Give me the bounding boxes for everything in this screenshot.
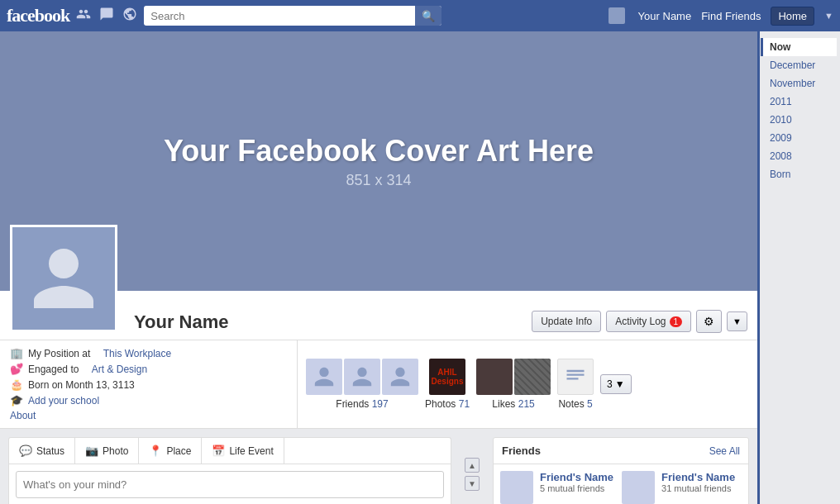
timeline-item-2011[interactable]: 2011 xyxy=(763,93,837,111)
friend-name-1[interactable]: Friend's Name xyxy=(540,471,613,483)
arrow-up[interactable]: ▲ xyxy=(465,458,480,473)
cover-dimensions: 851 x 314 xyxy=(346,172,411,189)
place-icon: 📍 xyxy=(149,445,162,457)
composer-tab-photo[interactable]: 📷 Photo xyxy=(75,438,139,464)
art-link[interactable]: Art & Design xyxy=(92,364,147,375)
photo-thumb-1[interactable]: AHILDesigns xyxy=(429,359,465,395)
add-school-link[interactable]: Add your school xyxy=(28,395,99,407)
photos-label: Photos 71 xyxy=(425,398,470,410)
timeline-item-born[interactable]: Born xyxy=(763,165,837,183)
friends-list: Friend's Name 5 mutual friends Friend's … xyxy=(494,464,748,504)
status-tab-label: Status xyxy=(36,445,64,457)
bio-position-text: My Position at xyxy=(28,348,90,359)
friends-images xyxy=(306,359,418,395)
timeline-sidebar: Now December November 2011 2010 2009 200… xyxy=(757,31,840,504)
activity-log-button[interactable]: Activity Log 1 xyxy=(606,311,691,332)
update-info-button[interactable]: Update Info xyxy=(532,311,601,332)
likes-images xyxy=(476,359,551,395)
friends-count: 197 xyxy=(372,398,389,410)
status-icon: 💬 xyxy=(19,445,32,457)
friend-thumb-1[interactable] xyxy=(306,359,342,395)
arrow-down[interactable]: ▼ xyxy=(465,476,480,491)
timeline-item-november[interactable]: November xyxy=(763,74,837,93)
timeline-item-2009[interactable]: 2009 xyxy=(763,129,837,147)
more-count-button[interactable]: 3 ▼ xyxy=(600,374,632,394)
friend-mutual-1: 5 mutual friends xyxy=(540,483,613,493)
timeline-item-now[interactable]: Now xyxy=(761,38,837,56)
composer-arrows: ▲ ▼ xyxy=(460,437,484,504)
bio-school: 🎓 Add your school xyxy=(10,394,287,407)
birthday-icon: 🎂 xyxy=(10,378,23,391)
school-icon: 🎓 xyxy=(10,394,23,407)
count-dropdown-arrow: ▼ xyxy=(615,378,625,390)
profile-actions: Update Info Activity Log 1 ⚙ ▼ xyxy=(532,310,747,340)
bio-relationship: 💕 Engaged to Art & Design xyxy=(10,363,287,375)
composer-tab-status[interactable]: 💬 Status xyxy=(9,438,75,464)
messages-nav-icon[interactable] xyxy=(99,7,114,25)
timeline-item-2010[interactable]: 2010 xyxy=(763,111,837,129)
friends-widget-header: Friends See All xyxy=(494,438,748,464)
profile-dropdown-button[interactable]: ▼ xyxy=(727,311,747,331)
composer-area: 💬 Status 📷 Photo 📍 Place 📅 Life Event xyxy=(8,437,451,504)
life-event-tab-label: Life Event xyxy=(229,445,273,457)
composer-tab-place[interactable]: 📍 Place xyxy=(139,438,202,464)
likes-label: Likes 215 xyxy=(492,398,534,410)
likes-count: 215 xyxy=(518,398,535,410)
about-link[interactable]: About xyxy=(10,410,287,421)
likes-thumb-2[interactable] xyxy=(514,359,551,395)
nav-dropdown-arrow[interactable]: ▼ xyxy=(824,11,833,21)
user-nav-avatar xyxy=(609,7,625,24)
photos-images: AHILDesigns xyxy=(429,359,465,395)
gear-button[interactable]: ⚙ xyxy=(696,310,722,333)
workplace-link[interactable]: This Workplace xyxy=(103,348,171,359)
search-input[interactable] xyxy=(144,10,415,22)
profile-header: Your Name Update Info Activity Log 1 ⚙ ▼ xyxy=(0,291,757,340)
composer-text-input[interactable] xyxy=(16,471,444,498)
friends-nav-icon[interactable] xyxy=(76,7,91,25)
search-button[interactable]: 🔍 xyxy=(415,6,441,26)
friend-thumb-3[interactable] xyxy=(382,359,418,395)
photos-thumb-group: AHILDesigns Photos 71 xyxy=(425,359,470,410)
find-friends-link[interactable]: Find Friends xyxy=(701,10,761,22)
friend-thumb-2[interactable] xyxy=(344,359,380,395)
friend-item-1: Friend's Name 5 mutual friends xyxy=(500,471,613,504)
friend-item-2: Friend's Name 31 mutual friends xyxy=(622,471,735,504)
bio-born: 🎂 Born on Month 13, 3113 xyxy=(10,378,287,391)
profile-name-area: Your Name xyxy=(134,311,532,340)
timeline-item-december[interactable]: December xyxy=(763,56,837,74)
right-nav: Your Name Find Friends Home ▼ xyxy=(609,7,833,26)
friends-thumb-group: Friends 197 xyxy=(306,359,418,410)
timeline-item-2008[interactable]: 2008 xyxy=(763,147,837,165)
home-button[interactable]: Home xyxy=(771,7,814,26)
facebook-logo: facebook xyxy=(7,5,69,26)
photo-tab-label: Photo xyxy=(103,445,128,457)
profile-thumbs: Friends 197 AHILDesigns Photos 71 xyxy=(298,340,757,428)
search-bar: 🔍 xyxy=(144,6,441,26)
nav-icons xyxy=(76,7,137,25)
life-event-icon: 📅 xyxy=(212,445,225,457)
activity-log-label: Activity Log xyxy=(615,316,666,327)
notes-thumb-1[interactable] xyxy=(557,359,594,395)
bio-workplace: 🏢 My Position at This Workplace xyxy=(10,347,287,359)
friend-mutual-2: 31 mutual friends xyxy=(661,483,735,493)
friends-widget: Friends See All Friend's Name 5 mutual f… xyxy=(493,437,749,504)
likes-thumb-1[interactable] xyxy=(476,359,513,395)
profile-avatar xyxy=(10,225,117,332)
bio-born-text: Born on Month 13, 3113 xyxy=(28,379,135,391)
see-all-link[interactable]: See All xyxy=(709,445,740,457)
profile-name: Your Name xyxy=(134,311,532,333)
post-section: 💬 Status 📷 Photo 📍 Place 📅 Life Event xyxy=(0,437,757,504)
friends-widget-title: Friends xyxy=(502,445,541,457)
friend-avatar-2 xyxy=(622,471,655,504)
profile-area: Your Facebook Cover Art Here 851 x 314 Y… xyxy=(0,31,757,504)
globe-nav-icon[interactable] xyxy=(122,7,137,25)
friends-label: Friends 197 xyxy=(336,398,388,410)
notes-images xyxy=(557,359,594,395)
avatar-silhouette xyxy=(26,241,101,316)
composer-tab-life-event[interactable]: 📅 Life Event xyxy=(202,438,284,464)
friend-name-2[interactable]: Friend's Name xyxy=(661,471,735,483)
workplace-icon: 🏢 xyxy=(10,347,23,359)
navbar: facebook 🔍 Your Name Find Friends Home ▼ xyxy=(0,0,840,31)
bio-engaged-text: Engaged to xyxy=(28,364,79,375)
user-name-link[interactable]: Your Name xyxy=(638,10,692,22)
